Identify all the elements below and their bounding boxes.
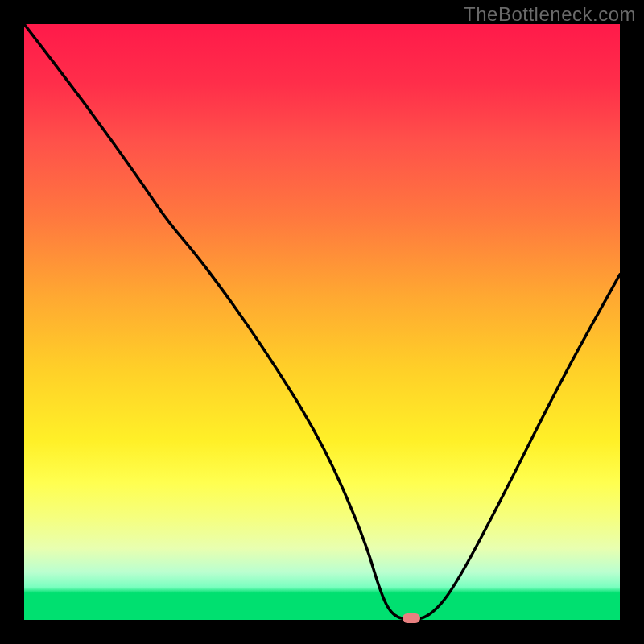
bottleneck-curve-path — [24, 24, 620, 619]
curve-svg — [24, 24, 620, 620]
watermark-text: TheBottleneck.com — [464, 3, 636, 26]
optimal-marker — [402, 613, 420, 623]
chart-frame: TheBottleneck.com — [0, 0, 644, 644]
plot-area — [24, 24, 620, 620]
